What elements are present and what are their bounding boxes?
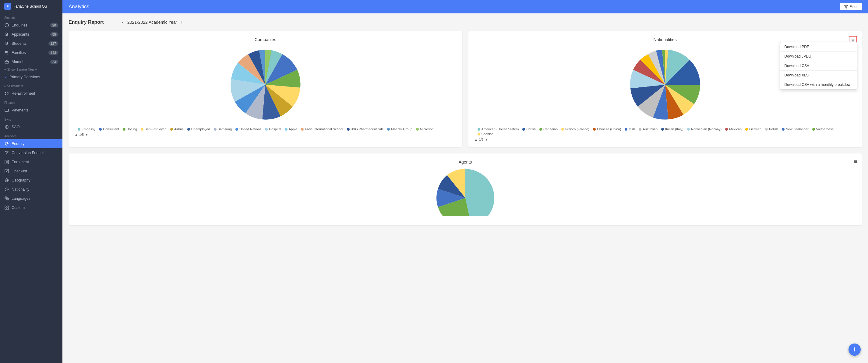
legend-item-american: American (United States) xyxy=(477,127,519,131)
french-color xyxy=(561,128,564,131)
embassy-label: Embassy xyxy=(82,127,95,131)
sidebar-item-checklist[interactable]: Checklist xyxy=(0,167,62,176)
svg-point-21 xyxy=(6,189,7,190)
charts-grid: Companies ≡ xyxy=(68,31,862,147)
enrolment-label: Enrolment xyxy=(11,160,29,164)
enrolment-icon xyxy=(4,159,9,164)
filter-label: Filter xyxy=(849,5,858,9)
legend-item-vietnamese: Vietnamese xyxy=(812,127,834,131)
self-employed-label: Self-Employed xyxy=(145,127,166,131)
checklist-label: Checklist xyxy=(11,169,27,173)
filter-icon xyxy=(844,5,848,8)
logo-text: FariaOne School OS xyxy=(13,4,47,8)
american-label: American (United States) xyxy=(482,127,519,131)
bg-pharma-label: B&G Pharmaceuticals xyxy=(351,127,384,131)
united-nations-label: United Nations xyxy=(239,127,261,131)
custom-label: Custom xyxy=(11,206,25,210)
primary-decisions-item[interactable]: ✓ Primary Decisions xyxy=(0,72,62,81)
content-area: Enquiry Report ‹ 2021-2022 Academic Year… xyxy=(62,13,868,363)
agents-chart-card: Agents ≡ xyxy=(68,153,862,225)
italian-color xyxy=(661,128,664,131)
filter-button[interactable]: Filter xyxy=(840,3,862,10)
legend-item-new-zealander: New Zealander xyxy=(782,127,809,131)
sidebar-item-geography[interactable]: Geography xyxy=(0,176,62,185)
svg-point-3 xyxy=(6,42,8,44)
svg-text:?: ? xyxy=(6,24,8,27)
svg-rect-6 xyxy=(5,62,8,63)
download-csv-monthly-item[interactable]: Download CSV with a monthly breakdown xyxy=(780,80,857,89)
sidebar-item-families[interactable]: Families 143 xyxy=(0,48,62,57)
french-label: French (France) xyxy=(565,127,589,131)
re-enrolment-section-label: Re-Enrolment xyxy=(0,81,62,89)
download-pdf-item[interactable]: Download PDF xyxy=(780,42,857,52)
self-employed-color xyxy=(141,128,144,131)
legend-item-hospital: Hospital xyxy=(265,127,281,131)
legend-item-australian: Australian xyxy=(639,127,657,131)
australian-color xyxy=(639,128,642,131)
next-year-button[interactable]: › xyxy=(181,20,182,25)
download-xls-item[interactable]: Download XLS xyxy=(780,71,857,80)
applicants-badge: 85 xyxy=(50,32,58,36)
year-label: 2021-2022 Academic Year xyxy=(127,20,177,25)
irish-color xyxy=(625,128,627,131)
vietnamese-color xyxy=(812,128,815,131)
svg-point-5 xyxy=(7,52,8,53)
sao-icon xyxy=(4,125,9,129)
legend-item-unemployed: Unemployed xyxy=(187,127,210,131)
companies-pagination-prev-icon: ▲ xyxy=(74,133,78,137)
german-label: German xyxy=(749,127,762,131)
sidebar-item-payments[interactable]: Payments xyxy=(0,106,62,115)
report-title: Enquiry Report xyxy=(68,20,104,25)
nationalities-legend: American (United States) British Canadia… xyxy=(474,127,856,136)
sidebar-item-nationality[interactable]: Nationality xyxy=(0,185,62,194)
geography-label: Geography xyxy=(11,178,30,182)
nationality-label: Nationality xyxy=(11,187,29,191)
sidebar-item-enrolment[interactable]: Enrolment xyxy=(0,157,62,167)
legend-item-united-nations: United Nations xyxy=(236,127,261,131)
sidebar-item-languages[interactable]: Languages xyxy=(0,194,62,203)
info-button[interactable]: i xyxy=(848,343,861,356)
download-jpeg-item[interactable]: Download JPEG xyxy=(780,52,857,61)
show-more-filter[interactable]: + Show 1 more filter + xyxy=(0,66,62,72)
alumni-icon xyxy=(4,59,9,64)
sidebar-item-custom[interactable]: Custom xyxy=(0,203,62,212)
spanish-label: Spanish xyxy=(482,132,494,136)
re-enrolment-icon xyxy=(4,91,9,96)
languages-label: Languages xyxy=(11,196,30,201)
legend-item-italian: Italian (Italy) xyxy=(661,127,683,131)
sidebar: F FariaOne School OS Students ? Enquirie… xyxy=(0,0,62,363)
consultant-label: Consultant xyxy=(103,127,119,131)
legend-item-samsung: Samsung xyxy=(214,127,232,131)
companies-menu-button[interactable]: ≡ xyxy=(454,36,458,42)
sidebar-item-enquiry[interactable]: Enquiry xyxy=(0,139,62,148)
custom-icon xyxy=(4,205,9,210)
companies-pagination-text: 1/5 xyxy=(79,133,84,137)
nationalities-chart-card: Nationalities ≡ Download PDF Download JP… xyxy=(468,31,862,147)
sidebar-item-sao[interactable]: SAO xyxy=(0,122,62,131)
sao-label: SAO xyxy=(11,125,20,129)
download-csv-item[interactable]: Download CSV xyxy=(780,61,857,71)
embassy-color xyxy=(78,128,81,131)
sidebar-item-alumni[interactable]: Alumni 23 xyxy=(0,57,62,66)
legend-item-airbus: Airbus xyxy=(170,127,184,131)
applicants-label: Applicants xyxy=(11,32,29,36)
unemployed-label: Unemployed xyxy=(191,127,210,131)
microsoft-label: Microsoft xyxy=(420,127,434,131)
norwegian-label: Norwegian (Norway) xyxy=(691,127,721,131)
samsung-color xyxy=(214,128,217,131)
enquiry-analytics-label: Enquiry xyxy=(11,142,24,146)
companies-pagination-next-icon: ▼ xyxy=(85,133,88,137)
sidebar-item-applicants[interactable]: Applicants 85 xyxy=(0,30,62,39)
report-header: Enquiry Report ‹ 2021-2022 Academic Year… xyxy=(68,20,862,25)
new-zealander-color xyxy=(782,128,784,131)
sidebar-item-enquiries[interactable]: ? Enquiries 20 xyxy=(0,21,62,30)
prev-year-button[interactable]: ‹ xyxy=(122,20,124,25)
legend-item-faria: Faria International School xyxy=(301,127,343,131)
sidebar-item-students[interactable]: Students 127 xyxy=(0,39,62,48)
agents-menu-button[interactable]: ≡ xyxy=(854,158,857,165)
students-label: Students xyxy=(11,41,27,46)
sidebar-item-re-enrolment[interactable]: Re-Enrolment xyxy=(0,89,62,98)
legend-item-apple: Apple xyxy=(285,127,297,131)
polish-color xyxy=(765,128,768,131)
sidebar-item-conversion-funnel[interactable]: Conversion Funnel xyxy=(0,148,62,157)
